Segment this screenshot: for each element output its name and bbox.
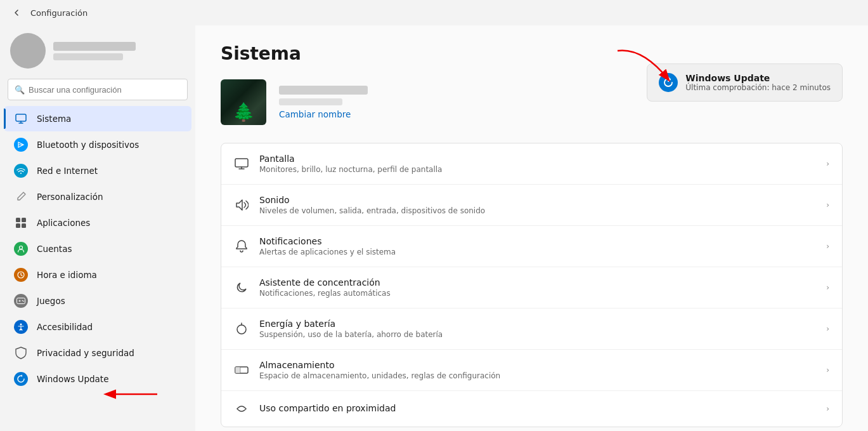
settings-item-notificaciones[interactable]: Notificaciones Alertas de aplicaciones y… xyxy=(221,226,842,267)
sidebar-item-label: Accesibilidad xyxy=(37,322,93,332)
sidebar-item-label: Privacidad y seguridad xyxy=(37,348,134,358)
sidebar-item-accesibilidad[interactable]: Accesibilidad xyxy=(4,314,191,340)
sidebar-item-label: Hora e idioma xyxy=(37,270,97,280)
settings-item-text: Uso compartido en proximidad xyxy=(259,403,816,414)
svg-point-6 xyxy=(20,246,23,249)
wifi-icon xyxy=(14,164,28,178)
sidebar-item-red[interactable]: Red e Internet xyxy=(4,158,191,183)
sidebar-item-juegos[interactable]: Juegos xyxy=(4,288,191,314)
profile-image xyxy=(221,79,266,125)
windows-update-card-icon xyxy=(659,73,678,92)
settings-item-desc: Espacio de almacenamiento, unidades, reg… xyxy=(259,371,816,380)
svg-rect-5 xyxy=(22,223,26,228)
settings-item-concentracion[interactable]: Asistente de concentración Notificacione… xyxy=(221,267,842,308)
chevron-right-icon: › xyxy=(826,201,829,209)
svg-rect-15 xyxy=(235,367,240,373)
svg-rect-4 xyxy=(16,223,20,228)
search-box[interactable]: 🔍 xyxy=(8,79,188,100)
bell-item-icon xyxy=(234,239,249,254)
sidebar-item-aplicaciones[interactable]: Aplicaciones xyxy=(4,210,191,235)
accessibility-icon xyxy=(14,320,28,334)
search-input[interactable] xyxy=(29,85,181,95)
sidebar-profile xyxy=(0,25,195,79)
profile-details: Cambiar nombre xyxy=(279,86,368,119)
svg-point-11 xyxy=(20,324,22,326)
sidebar-item-bluetooth[interactable]: Bluetooth y dispositivos xyxy=(4,132,191,157)
clock-icon xyxy=(14,268,28,282)
windows-update-card[interactable]: Windows Update Última comprobación: hace… xyxy=(647,63,843,102)
settings-item-title: Asistente de concentración xyxy=(259,277,816,288)
windows-update-subtitle: Última comprobación: hace 2 minutos xyxy=(685,83,831,92)
titlebar-title: Configuración xyxy=(30,8,87,18)
game-icon xyxy=(14,294,28,308)
svg-rect-3 xyxy=(22,218,26,222)
sidebar-item-label: Cuentas xyxy=(37,244,72,254)
rename-link[interactable]: Cambiar nombre xyxy=(279,109,368,119)
sidebar-item-sistema[interactable]: Sistema xyxy=(4,106,191,131)
settings-item-title: Uso compartido en proximidad xyxy=(259,403,816,413)
bluetooth-icon xyxy=(14,138,28,152)
monitor-item-icon xyxy=(234,156,249,171)
svg-point-1 xyxy=(20,173,22,174)
nav-list: Sistema Bluetooth y dispositivos xyxy=(0,105,195,392)
svg-rect-2 xyxy=(16,218,20,222)
settings-item-text: Almacenamiento Espacio de almacenamiento… xyxy=(259,360,816,380)
settings-item-text: Asistente de concentración Notificacione… xyxy=(259,277,816,298)
pen-icon xyxy=(14,190,28,204)
titlebar: Configuración xyxy=(0,0,868,25)
sidebar-item-label: Personalización xyxy=(37,192,103,202)
share-item-icon xyxy=(234,401,249,416)
settings-item-desc: Suspensión, uso de la batería, ahorro de… xyxy=(259,330,816,339)
sidebar-item-windows-update[interactable]: Windows Update xyxy=(4,366,191,392)
sidebar-item-label: Bluetooth y dispositivos xyxy=(37,140,139,150)
svg-rect-0 xyxy=(16,114,26,121)
sidebar-item-label: Windows Update xyxy=(37,374,108,384)
sidebar-item-label: Sistema xyxy=(37,114,71,124)
settings-item-desc: Notificaciones, reglas automáticas xyxy=(259,289,816,298)
chevron-right-icon: › xyxy=(826,404,829,413)
sidebar-item-label: Red e Internet xyxy=(37,166,98,176)
windows-update-card-text: Windows Update Última comprobación: hace… xyxy=(685,73,831,92)
settings-item-title: Energía y batería xyxy=(259,319,816,329)
settings-item-text: Notificaciones Alertas de aplicaciones y… xyxy=(259,236,816,256)
settings-item-text: Pantalla Monitores, brillo, luz nocturna… xyxy=(259,154,816,174)
svg-point-13 xyxy=(237,325,246,334)
settings-item-almacenamiento[interactable]: Almacenamiento Espacio de almacenamiento… xyxy=(221,350,842,391)
settings-item-energia[interactable]: Energía y batería Suspensión, uso de la … xyxy=(221,308,842,350)
settings-item-text: Sonido Niveles de volumen, salida, entra… xyxy=(259,195,816,215)
page-title: Sistema xyxy=(221,43,843,64)
settings-item-title: Sonido xyxy=(259,195,816,205)
settings-item-desc: Monitores, brillo, luz nocturna, perfil … xyxy=(259,165,816,174)
settings-item-pantalla[interactable]: Pantalla Monitores, brillo, luz nocturna… xyxy=(221,143,842,185)
settings-item-title: Almacenamiento xyxy=(259,360,816,370)
windows-update-icon xyxy=(14,372,28,386)
sidebar-item-personalizacion[interactable]: Personalización xyxy=(4,184,191,209)
main-layout: 🔍 Sistema xyxy=(0,25,868,431)
svg-point-10 xyxy=(23,301,24,302)
back-button[interactable] xyxy=(8,4,25,22)
search-icon: 🔍 xyxy=(15,85,25,95)
settings-item-uso-compartido[interactable]: Uso compartido en proximidad › xyxy=(221,391,842,427)
power-item-icon xyxy=(234,321,249,336)
chevron-right-icon: › xyxy=(826,159,829,168)
profile-name-large-blur xyxy=(279,86,368,95)
sidebar-item-hora[interactable]: Hora e idioma xyxy=(4,262,191,288)
avatar xyxy=(10,33,46,69)
chevron-right-icon: › xyxy=(826,324,829,333)
chevron-right-icon: › xyxy=(826,242,829,251)
svg-rect-12 xyxy=(235,159,248,167)
chevron-right-icon: › xyxy=(826,283,829,292)
content-area: Sistema Cambiar nombre Windows Update Úl… xyxy=(195,25,868,431)
user-icon xyxy=(14,242,28,256)
profile-name-blur xyxy=(53,42,136,51)
settings-item-sonido[interactable]: Sonido Niveles de volumen, salida, entra… xyxy=(221,185,842,226)
sound-item-icon xyxy=(234,197,249,213)
settings-item-title: Notificaciones xyxy=(259,236,816,246)
sidebar-item-label: Juegos xyxy=(37,296,65,306)
settings-item-title: Pantalla xyxy=(259,154,816,164)
sidebar-item-privacidad[interactable]: Privacidad y seguridad xyxy=(4,340,191,366)
chevron-right-icon: › xyxy=(826,366,829,375)
svg-point-9 xyxy=(22,300,23,302)
profile-sub-blur xyxy=(279,98,342,105)
sidebar-item-cuentas[interactable]: Cuentas xyxy=(4,236,191,262)
